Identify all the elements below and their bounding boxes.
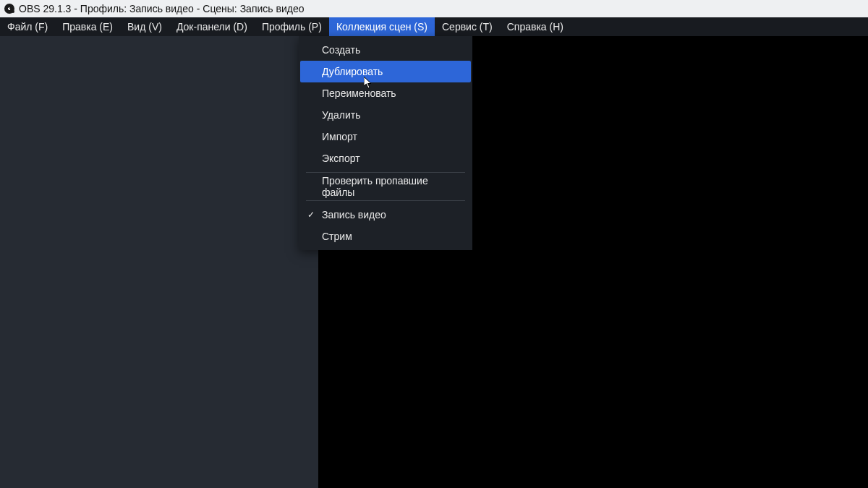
- dd-item-label: Стрим: [322, 231, 352, 242]
- menu-docks[interactable]: Док-панели (D): [169, 17, 255, 36]
- menu-edit[interactable]: Правка (E): [55, 17, 120, 36]
- menu-help[interactable]: Справка (H): [500, 17, 571, 36]
- dd-item-label: Запись видео: [322, 209, 386, 221]
- dd-item-collection-recording[interactable]: ✓ Запись видео: [299, 204, 472, 226]
- menu-profile[interactable]: Профиль (P): [255, 17, 329, 36]
- scene-collection-dropdown: Создать Дублировать Переименовать Удалит…: [299, 36, 472, 250]
- menu-view[interactable]: Вид (V): [120, 17, 169, 36]
- dd-separator-1: [306, 172, 465, 173]
- dd-item-import[interactable]: Импорт: [299, 126, 472, 147]
- dd-item-create[interactable]: Создать: [299, 39, 472, 61]
- menu-scene-collection[interactable]: Коллекция сцен (S): [329, 17, 435, 36]
- app-window: OBS 29.1.3 - Профиль: Запись видео - Сце…: [0, 0, 868, 488]
- dd-item-rename[interactable]: Переименовать: [299, 82, 472, 104]
- menu-bar: Файл (F) Правка (E) Вид (V) Док-панели (…: [0, 17, 868, 36]
- dd-item-delete[interactable]: Удалить: [299, 104, 472, 126]
- content-area: Создать Дублировать Переименовать Удалит…: [0, 36, 868, 488]
- obs-logo-icon: [4, 4, 14, 14]
- dd-item-export[interactable]: Экспорт: [299, 147, 472, 169]
- menu-tools[interactable]: Сервис (T): [435, 17, 500, 36]
- dd-separator-2: [306, 200, 465, 201]
- side-panel: [0, 36, 318, 488]
- dd-item-duplicate[interactable]: Дублировать: [300, 61, 471, 82]
- dd-item-check-missing[interactable]: Проверить пропавшие файлы: [299, 176, 472, 197]
- window-title: OBS 29.1.3 - Профиль: Запись видео - Сце…: [19, 3, 304, 14]
- checkmark-icon: ✓: [307, 210, 315, 220]
- dd-item-collection-stream[interactable]: Стрим: [299, 226, 472, 247]
- title-bar: OBS 29.1.3 - Профиль: Запись видео - Сце…: [0, 0, 868, 17]
- menu-file[interactable]: Файл (F): [0, 17, 55, 36]
